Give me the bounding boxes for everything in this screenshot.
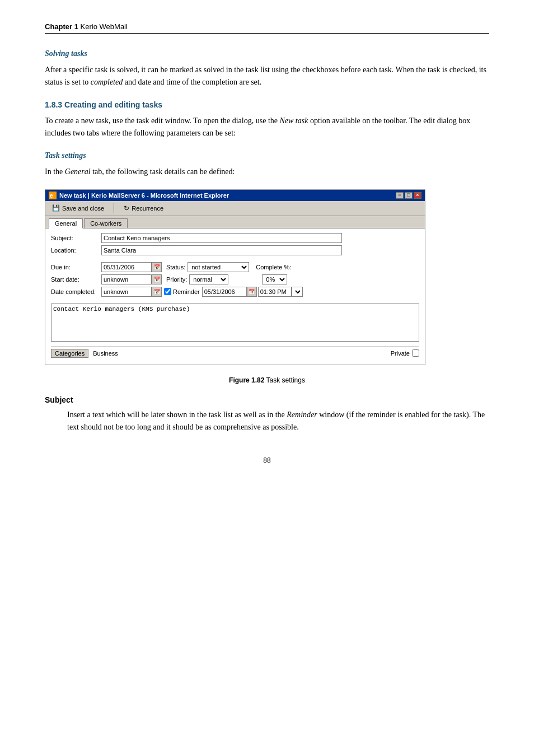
task-settings-body: In the General tab, the following task d… xyxy=(45,166,489,178)
restore-button[interactable]: □ xyxy=(405,192,413,199)
figure-caption-title: Task settings xyxy=(266,376,305,384)
subject-section-body: Insert a text which will be later shown … xyxy=(67,409,489,434)
save-icon: 💾 xyxy=(52,204,60,212)
due-in-input[interactable] xyxy=(101,262,152,272)
save-and-close-button[interactable]: 💾 Save and close xyxy=(48,203,108,213)
task-settings-heading: Task settings xyxy=(45,151,489,160)
priority-label: Priority: xyxy=(166,276,187,283)
notes-textarea[interactable]: Contact Kerio managers (KMS purchase) xyxy=(51,304,419,342)
priority-select[interactable]: normal low high xyxy=(189,274,228,284)
tab-coworkers[interactable]: Co-workers xyxy=(84,218,128,228)
chapter-label: Chapter 1 xyxy=(45,22,78,31)
subject-label: Subject: xyxy=(51,235,101,241)
chapter-title: Kerio WebMail xyxy=(81,22,128,31)
subject-row: Subject: xyxy=(51,233,419,243)
status-select[interactable]: not started in progress completed xyxy=(188,262,249,272)
section-183-body: To create a new task, use the task edit … xyxy=(45,115,489,140)
reminder-checkbox-container: Reminder xyxy=(164,288,200,295)
private-checkbox[interactable] xyxy=(412,349,419,357)
complete-percent-select[interactable]: 0% 25% 50% 75% 100% xyxy=(262,274,287,284)
categories-button-label: Categories xyxy=(55,350,85,357)
reminder-date-input[interactable] xyxy=(202,287,247,297)
subject-input[interactable] xyxy=(101,233,342,243)
reminder-time-input[interactable] xyxy=(258,287,292,297)
window-controls[interactable]: − □ × xyxy=(396,192,421,199)
toolbar-separator xyxy=(114,203,114,213)
recurrence-button[interactable]: ↻ Recurrence xyxy=(120,203,167,214)
private-section: Private xyxy=(391,349,419,357)
status-label: Status: xyxy=(166,264,185,270)
solving-tasks-body: After a specific task is solved, it can … xyxy=(45,64,489,89)
categories-button[interactable]: Categories xyxy=(51,349,88,358)
page-number: 88 xyxy=(45,456,489,464)
tab-coworkers-label: Co-workers xyxy=(90,220,121,227)
date-completed-input[interactable] xyxy=(101,287,152,297)
tab-general[interactable]: General xyxy=(49,218,83,228)
start-date-calendar-button[interactable]: 📅 xyxy=(152,274,162,284)
recurrence-icon: ↻ xyxy=(124,204,129,212)
dialog-tabs: General Co-workers xyxy=(45,216,425,228)
location-row: Location: xyxy=(51,245,419,255)
date-completed-calendar-button[interactable]: 📅 xyxy=(152,287,162,297)
figure-caption-label: Figure 1.82 xyxy=(229,376,264,384)
location-input[interactable] xyxy=(101,245,342,255)
dialog-toolbar: 💾 Save and close ↻ Recurrence xyxy=(45,201,425,216)
complete-label: Complete %: xyxy=(256,264,291,270)
start-date-row: Start date: 📅 Priority: normal low high … xyxy=(51,274,419,284)
reminder-calendar-button[interactable]: 📅 xyxy=(247,287,257,297)
figure-caption: Figure 1.82 Task settings xyxy=(45,376,489,384)
reminder-label: Reminder xyxy=(173,288,200,295)
section-183-heading: 1.8.3 Creating and editing tasks xyxy=(45,100,489,109)
categories-section: Categories Business xyxy=(51,349,118,358)
start-date-label: Start date: xyxy=(51,276,101,283)
calendar-icon-4: 📅 xyxy=(249,289,255,295)
save-button-label: Save and close xyxy=(62,205,104,212)
titlebar-text: New task | Kerio MailServer 6 - Microsof… xyxy=(59,192,229,199)
start-date-input[interactable] xyxy=(101,274,152,284)
titlebar: e New task | Kerio MailServer 6 - Micros… xyxy=(45,190,425,201)
tab-general-label: General xyxy=(55,220,77,227)
close-button[interactable]: × xyxy=(414,192,421,199)
minimize-button[interactable]: − xyxy=(396,192,404,199)
form-body: Subject: Location: Due in: 📅 Status: not… xyxy=(45,228,425,365)
browser-icon: e xyxy=(49,192,57,199)
due-in-calendar-button[interactable]: 📅 xyxy=(152,262,162,272)
solving-tasks-heading: Solving tasks xyxy=(45,49,489,58)
recurrence-button-label: Recurrence xyxy=(132,205,163,212)
subject-section-heading: Subject xyxy=(45,395,489,404)
location-label: Location: xyxy=(51,247,101,254)
due-in-row: Due in: 📅 Status: not started in progres… xyxy=(51,262,419,272)
calendar-icon: 📅 xyxy=(154,264,160,270)
reminder-ampm-select[interactable]: ▼ xyxy=(292,287,303,297)
svg-text:e: e xyxy=(50,193,53,199)
calendar-icon-2: 📅 xyxy=(154,277,160,282)
date-completed-label: Date completed: xyxy=(51,288,101,295)
due-in-label: Due in: xyxy=(51,264,101,270)
dialog-figure: e New task | Kerio MailServer 6 - Micros… xyxy=(45,189,425,365)
bottom-row: Categories Business Private xyxy=(51,346,419,360)
private-label: Private xyxy=(391,350,410,357)
chapter-header: Chapter 1 Kerio WebMail xyxy=(45,22,489,34)
date-completed-row: Date completed: 📅 Reminder 📅 ▼ xyxy=(51,287,419,297)
categories-value: Business xyxy=(93,350,118,357)
reminder-checkbox[interactable] xyxy=(164,288,171,295)
calendar-icon-3: 📅 xyxy=(154,289,160,295)
